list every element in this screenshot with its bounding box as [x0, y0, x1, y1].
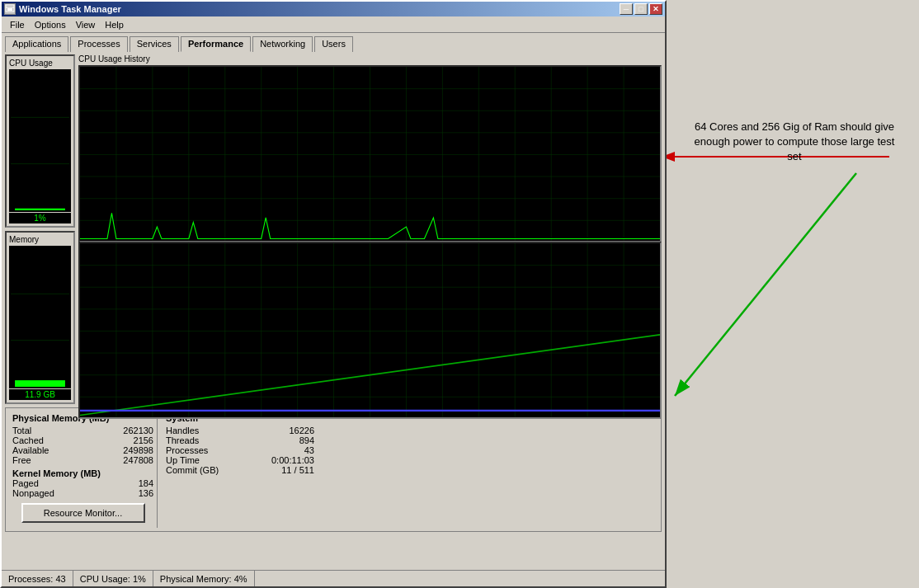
- svg-rect-30: [11, 247, 69, 387]
- pm-row-3: Free 247808: [12, 455, 153, 465]
- cpu-history-svg: [80, 67, 660, 241]
- tab-performance[interactable]: Performance: [181, 36, 251, 52]
- system-section: System Handles 16226 Threads 894 Process…: [158, 412, 323, 528]
- status-memory: Physical Memory: 4%: [153, 571, 255, 586]
- km-value-1: 136: [139, 488, 153, 498]
- status-cpu: CPU Usage: 1%: [73, 571, 153, 586]
- tab-bar: Applications Processes Services Performa…: [2, 33, 665, 51]
- menubar: File Options View Help: [2, 16, 665, 33]
- menu-file[interactable]: File: [5, 18, 30, 31]
- statusbar: Processes: 43 CPU Usage: 1% Physical Mem…: [2, 570, 665, 586]
- memory-history-chart: [78, 242, 662, 419]
- menu-view[interactable]: View: [71, 18, 101, 31]
- window-icon: [4, 3, 16, 15]
- cpu-history-container: CPU Usage History: [78, 54, 662, 228]
- memory-history-svg: [80, 243, 660, 417]
- stats-panel: Physical Memory (MB) Total 262130 Cached…: [5, 407, 662, 532]
- pm-row-0: Total 262130: [12, 426, 153, 435]
- minimize-button[interactable]: ─: [620, 3, 633, 15]
- pm-row-1: Cached 2156: [12, 435, 153, 445]
- green-arrow-svg: [667, 165, 919, 412]
- pm-value-1: 2156: [134, 435, 153, 445]
- pm-label-2: Available: [12, 445, 49, 455]
- sys-row-0: Handles 16226: [166, 426, 314, 435]
- memory-svg: [11, 247, 69, 387]
- cpu-usage-label: CPU Usage: [9, 59, 71, 68]
- menu-help[interactable]: Help: [100, 18, 129, 31]
- tab-users[interactable]: Users: [314, 36, 353, 52]
- memory-bar-graph: [9, 246, 71, 388]
- km-label-1: Nonpaged: [12, 488, 54, 498]
- pm-label-1: Cached: [12, 435, 44, 445]
- menu-options[interactable]: Options: [30, 18, 71, 31]
- tab-networking[interactable]: Networking: [252, 36, 313, 52]
- pm-value-0: 262130: [123, 426, 153, 435]
- pm-row-2: Available 249898: [12, 445, 153, 455]
- svg-rect-3: [11, 71, 69, 210]
- maximize-button[interactable]: □: [634, 3, 648, 15]
- tab-applications[interactable]: Applications: [5, 36, 68, 52]
- sys-row-1: Threads 894: [166, 435, 314, 445]
- svg-rect-2: [7, 8, 12, 11]
- svg-line-59: [675, 173, 856, 396]
- cpu-history-label: CPU Usage History: [78, 54, 662, 64]
- sys-label-2: Processes: [166, 445, 208, 455]
- physical-memory-section: Physical Memory (MB) Total 262130 Cached…: [9, 412, 158, 528]
- cpu-bar-graph: [9, 69, 71, 212]
- window-title: Windows Task Manager: [19, 4, 620, 14]
- km-value-0: 184: [139, 478, 153, 488]
- sys-label-0: Handles: [166, 426, 199, 435]
- sys-value-1: 894: [299, 435, 314, 445]
- main-content: CPU Usage 1% CPU Usage History: [2, 51, 665, 557]
- pm-value-3: 247808: [123, 455, 153, 465]
- close-button[interactable]: ✕: [649, 3, 662, 15]
- titlebar: Windows Task Manager ─ □ ✕: [2, 2, 665, 16]
- memory-value: 11.9 GB: [9, 389, 71, 400]
- annotation-area: 64 Cores and 256 Gig of Ram should give …: [667, 0, 919, 588]
- sys-label-1: Threads: [166, 435, 199, 445]
- tab-processes[interactable]: Processes: [70, 36, 127, 52]
- window-controls: ─ □ ✕: [620, 3, 662, 15]
- tab-services[interactable]: Services: [130, 36, 179, 52]
- sys-value-0: 16226: [289, 426, 314, 435]
- km-row-0: Paged 184: [12, 478, 153, 488]
- svg-rect-33: [15, 380, 65, 387]
- memory-history-container: Physical Memory Usage History: [78, 231, 662, 404]
- resource-monitor-button[interactable]: Resource Monitor...: [21, 503, 145, 523]
- memory-meter: Memory 11.9 GB: [5, 231, 75, 404]
- sys-row-2: Processes 43: [166, 445, 314, 455]
- cpu-usage-value: 1%: [9, 213, 71, 223]
- km-row-1: Nonpaged 136: [12, 488, 153, 498]
- svg-rect-6: [15, 209, 65, 210]
- memory-row: Memory 11.9 GB Physical Memory Usage His…: [5, 231, 662, 404]
- cpu-usage-meter: CPU Usage 1%: [5, 54, 75, 228]
- pm-label-0: Total: [12, 426, 31, 435]
- annotation-text: 64 Cores and 256 Gig of Ram should give …: [691, 120, 898, 165]
- sys-row-4: Commit (GB) 11 / 511: [166, 465, 314, 475]
- sys-label-4: Commit (GB): [166, 465, 219, 475]
- kernel-memory-title: Kernel Memory (MB): [12, 468, 153, 478]
- sys-value-2: 43: [304, 445, 314, 455]
- cpu-usage-svg: [11, 71, 69, 210]
- cpu-history-chart: [78, 65, 662, 242]
- km-label-0: Paged: [12, 478, 39, 488]
- cpu-row: CPU Usage 1% CPU Usage History: [5, 54, 662, 228]
- memory-label: Memory: [9, 235, 71, 244]
- pm-value-2: 249898: [123, 445, 153, 455]
- sys-value-3: 0:00:11:03: [271, 455, 314, 465]
- status-processes: Processes: 43: [2, 571, 73, 586]
- pm-label-3: Free: [12, 455, 31, 465]
- sys-label-3: Up Time: [166, 455, 200, 465]
- sys-row-3: Up Time 0:00:11:03: [166, 455, 314, 465]
- sys-value-4: 11 / 511: [281, 465, 314, 475]
